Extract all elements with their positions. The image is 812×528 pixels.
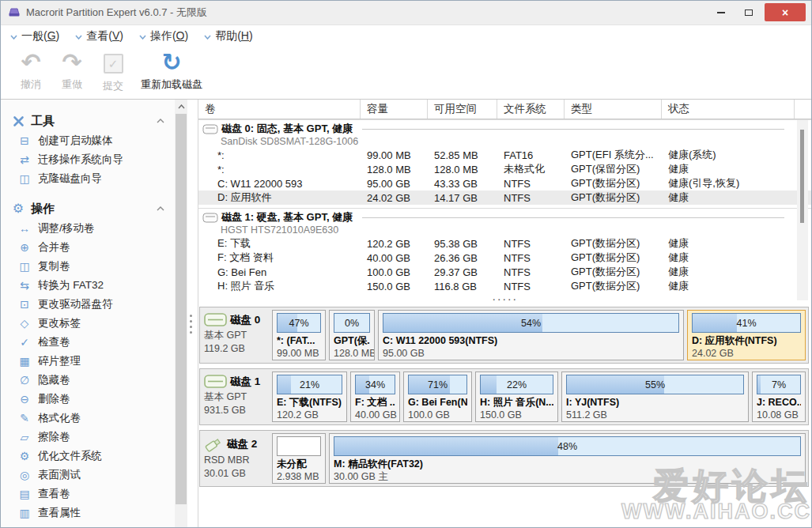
sidebar-scrollbar-thumb[interactable] (176, 114, 187, 504)
menu-bar: 一般(G)查看(V)操作(O)帮助(H) (1, 25, 811, 47)
collapse-chevron-icon[interactable] (157, 206, 164, 211)
optimize-fs-icon: ⚙ (17, 450, 32, 462)
partition-size: 30.00 GB 主 (334, 471, 801, 483)
partition-block[interactable]: 41%D: 应用软件(NTFS)24.02 GB (687, 310, 806, 360)
sidebar-item[interactable]: ⊖删除卷 (1, 390, 174, 409)
disk-info-1[interactable]: 磁盘 1基本 GPT931.5 GB (200, 369, 270, 424)
partition-label: D: 应用软件(NTFS) (692, 334, 801, 348)
delete-volume-icon: ⊖ (17, 393, 32, 405)
sidebar-scrollbar[interactable] (175, 100, 187, 527)
operations-gear-icon: ⚙ (11, 202, 25, 215)
table-resize-grip[interactable]: ····· (492, 295, 517, 303)
redo-button[interactable]: ↷重做 (51, 49, 93, 92)
volume-row[interactable]: C: W11 22000 59395.00 GB43.33 GBNTFSGPT(… (198, 176, 811, 190)
sidebar-item[interactable]: ▱擦除卷 (1, 428, 174, 447)
window-title: Macrorit Partition Expert v6.0.7 - 无限版 (26, 6, 207, 20)
partition-size: 120.2 GB (277, 409, 342, 421)
partition-block[interactable]: 21%E: 下载(NTFS)120.2 GB (272, 371, 347, 422)
sidebar-item[interactable]: ▦碎片整理 (1, 352, 174, 371)
partition-size: 150.0 GB (480, 409, 553, 421)
usage-bar: 7% (757, 375, 801, 394)
minimize-button[interactable] (709, 3, 733, 21)
collapse-chevron-icon[interactable] (157, 119, 164, 123)
chevron-down-icon (204, 35, 211, 40)
partition-size: 10.08 GB (757, 409, 801, 421)
partition-block[interactable]: 48%M: 精品软件(FAT32)30.00 GB 主 (329, 433, 806, 484)
column-header[interactable]: 卷 (198, 100, 361, 119)
sidebar-item[interactable]: ▤查看卷 (1, 485, 174, 503)
usage-percent: 47% (278, 314, 320, 332)
partition-label: F: 文档 ... (355, 396, 395, 409)
sidebar-item[interactable]: ∅隐藏卷 (1, 371, 174, 390)
undo-button[interactable]: ↶撤消 (10, 49, 51, 92)
column-header[interactable]: 文件系统 (497, 100, 565, 119)
partition-block[interactable]: 0%GPT(保...128.0 MB (329, 310, 375, 360)
sidebar-item[interactable]: ⊡更改驱动器盘符 (1, 295, 174, 314)
partition-block[interactable]: 未分配2.938 MB (272, 433, 326, 484)
disk-info-0[interactable]: 磁盘 0基本 GPT119.2 GB (200, 307, 270, 363)
usb-disk-icon (204, 436, 225, 453)
partition-block[interactable]: 7%J: RECO...10.08 GB (752, 371, 806, 422)
column-header[interactable]: 可用空间 (428, 100, 497, 119)
partition-block[interactable]: 55%I: YJ(NTFS)511.2 GB (561, 371, 749, 422)
refresh-button[interactable]: ↻重新加载磁盘 (134, 49, 210, 92)
partition-block[interactable]: 47%*: (FAT...99.00 MB (272, 310, 326, 360)
sidebar-item[interactable]: ◫复制卷 (1, 257, 174, 276)
sidebar-section-operations[interactable]: ⚙操作 (1, 198, 174, 219)
maximize-button[interactable] (737, 3, 761, 21)
column-header[interactable]: 状态 (662, 100, 795, 119)
partition-label: H: 照片 音乐(N... (480, 396, 553, 409)
sidebar-item[interactable]: ⊟创建可启动媒体 (1, 131, 174, 150)
scroll-up-icon[interactable] (175, 100, 187, 113)
sidebar-item[interactable]: ✎格式化卷 (1, 409, 174, 428)
sidebar-item[interactable]: ⇄迁移操作系统向导 (1, 150, 174, 169)
volume-row[interactable]: G: Bei Fen100.0 GB29.37 GBNTFSGPT(数据分区)健… (198, 265, 811, 279)
sidebar-section-tools[interactable]: 工具 (1, 111, 174, 131)
volume-row[interactable]: *:128.0 MB128.0 MB未格式化GPT(保留分区)健康 (198, 162, 811, 176)
sidebar-nav: 工具⊟创建可启动媒体⇄迁移操作系统向导◫克隆磁盘向导⚙操作↔调整/移动卷⊕合并卷… (1, 111, 174, 522)
disk-group-header[interactable]: 磁盘 0: 固态, 基本 GPT, 健康SanDisk SD8SMAT-128G… (198, 119, 811, 148)
column-header[interactable]: 类型 (565, 100, 662, 119)
partition-block[interactable]: 34%F: 文档 ...40.00 GB (350, 371, 400, 422)
partition-block[interactable]: 71%G: Bei Fen(N...100.0 GB (403, 371, 472, 422)
volume-row[interactable]: *:99.00 MB52.85 MBFAT16GPT(EFI 系统分...健康(… (198, 148, 811, 162)
sidebar-item[interactable]: ⊕合并卷 (1, 238, 174, 257)
partition-strip: 47%*: (FAT...99.00 MB0%GPT(保...128.0 MB5… (270, 307, 808, 363)
wipe-volume-icon: ▱ (17, 431, 32, 443)
disk-map: 磁盘 0基本 GPT119.2 GB47%*: (FAT...99.00 MB0… (199, 307, 809, 492)
sidebar-item[interactable]: ⚙优化文件系统 (1, 447, 174, 466)
disk-group-header[interactable]: 磁盘 1: 硬盘, 基本 GPT, 健康HGST HTS721010A9E630 (198, 208, 811, 236)
sidebar-splitter[interactable] (187, 100, 198, 527)
sidebar-item[interactable]: ◎表面测试 (1, 466, 174, 485)
convert-fat32-icon: ⇆ (17, 279, 32, 292)
sidebar-item[interactable]: ⇆转换为 FAT32 (1, 276, 174, 295)
usage-bar (277, 436, 321, 456)
close-button[interactable]: × (765, 3, 806, 21)
disk-info-2[interactable]: 磁盘 2RSD MBR30.01 GB (200, 431, 270, 486)
sidebar-item[interactable]: ◫克隆磁盘向导 (1, 169, 174, 188)
usage-percent: 55% (567, 375, 743, 394)
sidebar-item[interactable]: ◇更改标签 (1, 314, 174, 333)
volume-row[interactable]: E: 下载120.2 GB95.38 GBNTFSGPT(数据分区)健康 (198, 236, 811, 251)
table-scrollbar-thumb[interactable] (800, 130, 804, 223)
menu-item-v[interactable]: 查看(V) (75, 29, 123, 43)
usage-percent: 22% (481, 375, 553, 394)
app-icon (8, 6, 21, 21)
partition-block[interactable]: 22%H: 照片 音乐(N...150.0 GB (475, 371, 558, 422)
tools-icon (11, 115, 25, 127)
sidebar-item[interactable]: ↔调整/移动卷 (1, 219, 174, 238)
menu-item-h[interactable]: 帮助(H) (204, 29, 252, 43)
sidebar-item[interactable]: ✓检查卷 (1, 333, 174, 352)
volume-row[interactable]: D: 应用软件24.02 GB14.17 GBNTFSGPT(数据分区)健康 (198, 190, 811, 205)
usage-percent: 0% (334, 314, 369, 332)
commit-checkbox-button[interactable]: ✓提交 (93, 49, 134, 93)
volume-row[interactable]: F: 文档 资料40.00 GB26.36 GBNTFSGPT(数据分区)健康 (198, 251, 811, 265)
menu-item-o[interactable]: 操作(O) (139, 29, 188, 43)
sidebar-item[interactable]: ▥查看属性 (1, 503, 174, 522)
column-header[interactable]: 容量 (361, 100, 428, 119)
menu-item-g[interactable]: 一般(G) (10, 29, 59, 43)
partition-block[interactable]: 54%C: W11 22000 593(NTFS)95.00 GB (378, 310, 684, 360)
disk-icon (202, 213, 218, 223)
splitter-grip-icon[interactable] (190, 315, 192, 334)
table-scrollbar[interactable] (797, 120, 808, 300)
